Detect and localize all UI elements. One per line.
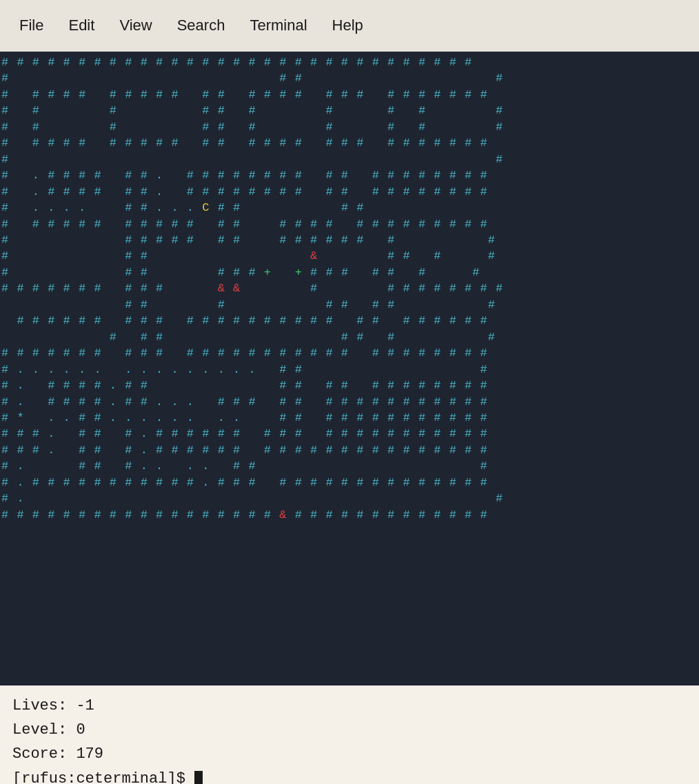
game-grid: # # # # # # # # # # # # # # # # # # # # … xyxy=(1,54,698,523)
cursor-block xyxy=(194,771,203,784)
score-label: Score: xyxy=(12,745,67,763)
menu-terminal[interactable]: Terminal xyxy=(237,17,319,34)
level-label: Level: xyxy=(12,721,67,739)
score-number: 179 xyxy=(76,745,103,763)
menu-file[interactable]: File xyxy=(7,17,56,34)
prompt-text: [rufus:ceterminal]$ xyxy=(12,770,194,784)
lives-line: Lives: -1 xyxy=(12,694,687,718)
terminal-display: # # # # # # # # # # # # # # # # # # # # … xyxy=(0,52,699,685)
menubar: File Edit View Search Terminal Help xyxy=(0,0,699,52)
menu-help[interactable]: Help xyxy=(320,17,376,34)
level-line: Level: 0 xyxy=(12,718,687,742)
menu-view[interactable]: View xyxy=(107,17,164,34)
menu-search[interactable]: Search xyxy=(165,17,238,34)
score-line: Score: 179 xyxy=(12,742,687,766)
menu-edit[interactable]: Edit xyxy=(56,17,107,34)
lives-number: -1 xyxy=(76,697,94,714)
statusbar: Lives: -1 Level: 0 Score: 179 [rufus:cet… xyxy=(0,685,699,784)
lives-label: Lives: xyxy=(12,697,67,714)
level-number: 0 xyxy=(76,721,85,739)
prompt-line[interactable]: [rufus:ceterminal]$ xyxy=(12,767,687,784)
